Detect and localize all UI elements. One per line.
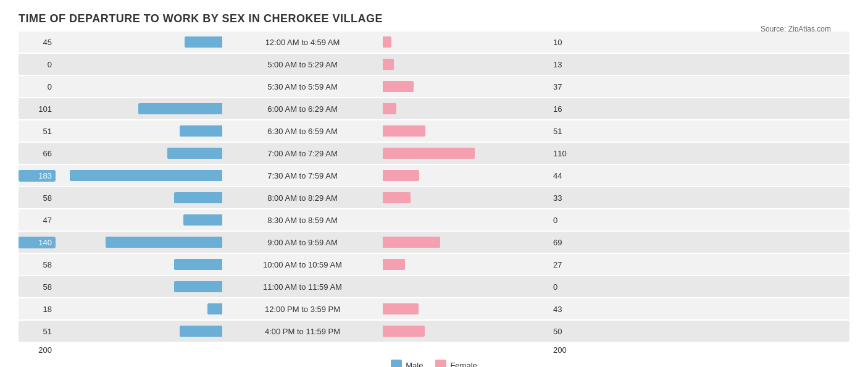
male-bar: [138, 103, 222, 114]
chart-row: 140 9:00 AM to 9:59 AM 69: [19, 232, 849, 253]
axis-row: 200 200: [19, 345, 849, 355]
male-bar-area: [56, 326, 222, 337]
male-bar: [167, 148, 222, 159]
female-label: Female: [450, 361, 477, 368]
time-label: 12:00 AM to 4:59 AM: [222, 38, 383, 47]
male-bar-area: [56, 125, 222, 137]
female-bar: [383, 192, 411, 203]
female-bar: [383, 303, 419, 314]
chart-row: 58 10:00 AM to 10:59 AM 27: [19, 254, 849, 275]
female-bar: [383, 326, 425, 337]
male-bar-area: [56, 103, 222, 114]
female-bar: [383, 148, 475, 159]
female-value: 51: [549, 127, 586, 136]
female-bar: [383, 237, 440, 248]
female-bar: [383, 103, 396, 114]
chart-row: 66 7:00 AM to 7:29 AM 110: [19, 143, 849, 164]
time-label: 8:30 AM to 8:59 AM: [222, 216, 383, 225]
time-label: 7:00 AM to 7:29 AM: [222, 149, 383, 158]
female-bar: [383, 36, 391, 48]
female-bar: [383, 170, 419, 181]
time-label: 6:00 AM to 6:29 AM: [222, 104, 383, 114]
female-value: 13: [549, 60, 586, 69]
male-bar-area: [56, 259, 222, 270]
female-bar: [383, 125, 425, 137]
male-bar: [174, 192, 222, 203]
female-bar: [383, 59, 394, 70]
female-bar-area: [383, 214, 549, 226]
chart-row: 18 12:00 PM to 3:59 PM 43: [19, 298, 849, 319]
male-bar-area: [56, 281, 222, 292]
male-bar: [207, 303, 222, 314]
legend-male: Male: [391, 360, 423, 367]
male-value: 47: [19, 216, 56, 225]
male-bar: [185, 36, 222, 48]
chart-container: 45 12:00 AM to 4:59 AM 10 0 5:00 AM to 5…: [19, 32, 849, 367]
female-value: 37: [549, 82, 586, 91]
chart-row: 58 8:00 AM to 8:29 AM 33: [19, 187, 849, 208]
legend: Male Female: [19, 360, 849, 367]
chart-row: 45 12:00 AM to 4:59 AM 10: [19, 32, 849, 53]
chart-row: 58 11:00 AM to 11:59 AM 0: [19, 276, 849, 297]
chart-row: 183 7:30 AM to 7:59 AM 44: [19, 165, 849, 186]
male-bar: [174, 281, 222, 292]
female-bar: [383, 81, 414, 92]
male-value: 0: [19, 60, 56, 69]
time-label: 12:00 PM to 3:59 PM: [222, 305, 383, 314]
male-value: 66: [19, 149, 56, 158]
axis-left-label: 200: [19, 345, 56, 355]
female-value: 0: [549, 282, 586, 292]
female-value: 110: [549, 149, 586, 158]
female-value: 43: [549, 305, 586, 314]
male-value: 0: [19, 82, 56, 91]
female-bar-area: [383, 237, 549, 248]
male-value: 58: [19, 260, 56, 269]
male-label: Male: [406, 361, 423, 368]
male-value: 58: [19, 282, 56, 292]
female-bar-area: [383, 125, 549, 137]
female-bar-area: [383, 148, 549, 159]
male-bar: [183, 214, 222, 226]
male-bar: [70, 170, 222, 181]
male-bar-area: [56, 59, 222, 70]
time-label: 5:00 AM to 5:29 AM: [222, 60, 383, 69]
male-value: 183: [19, 170, 56, 182]
male-bar-area: [56, 148, 222, 159]
male-value: 51: [19, 327, 56, 336]
chart-row: 51 4:00 PM to 11:59 PM 50: [19, 321, 849, 342]
chart-row: 101 6:00 AM to 6:29 AM 16: [19, 98, 849, 119]
chart-row: 0 5:00 AM to 5:29 AM 13: [19, 54, 849, 75]
female-bar-area: [383, 281, 549, 292]
female-value: 69: [549, 238, 586, 247]
female-bar-area: [383, 36, 549, 48]
male-value: 101: [19, 104, 56, 114]
female-bar-area: [383, 103, 549, 114]
male-bar: [106, 237, 222, 248]
female-bar-area: [383, 326, 549, 337]
male-bar: [180, 125, 222, 137]
male-value: 51: [19, 127, 56, 136]
male-value: 58: [19, 193, 56, 203]
male-bar: [180, 326, 222, 337]
male-bar: [174, 259, 222, 270]
chart-row: 0 5:30 AM to 5:59 AM 37: [19, 76, 849, 97]
time-label: 8:00 AM to 8:29 AM: [222, 193, 383, 203]
female-value: 27: [549, 260, 586, 269]
chart-row: 51 6:30 AM to 6:59 AM 51: [19, 120, 849, 141]
female-bar: [383, 259, 405, 270]
male-bar-area: [56, 170, 222, 181]
female-swatch: [435, 360, 446, 367]
chart-title: TIME OF DEPARTURE TO WORK BY SEX IN CHER…: [19, 12, 849, 25]
female-value: 10: [549, 38, 586, 47]
male-value: 45: [19, 38, 56, 47]
male-bar-area: [56, 81, 222, 92]
male-bar-area: [56, 214, 222, 226]
male-bar-area: [56, 192, 222, 203]
time-label: 4:00 PM to 11:59 PM: [222, 327, 383, 336]
male-bar-area: [56, 36, 222, 48]
female-bar-area: [383, 170, 549, 181]
male-value: 140: [19, 237, 56, 248]
male-bar-area: [56, 237, 222, 248]
time-label: 11:00 AM to 11:59 AM: [222, 282, 383, 292]
chart-row: 47 8:30 AM to 8:59 AM 0: [19, 209, 849, 230]
